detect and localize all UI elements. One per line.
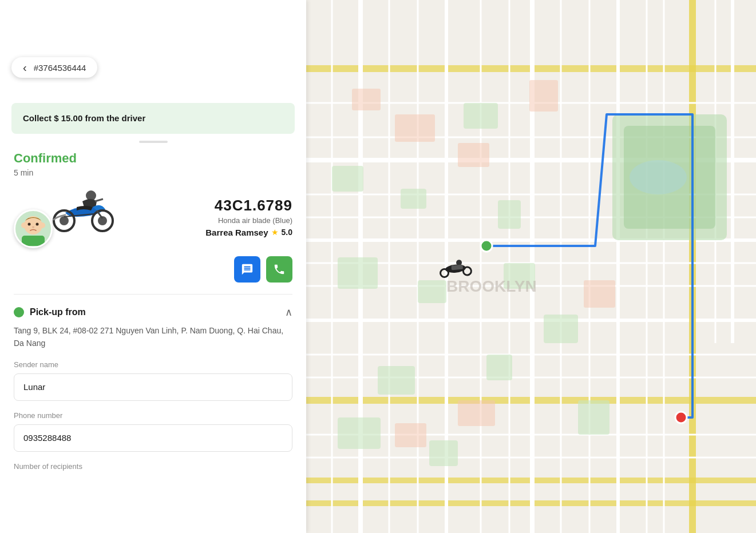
recipients-label: Number of recipients xyxy=(14,462,292,471)
sender-label: Sender name xyxy=(14,360,292,369)
pickup-header: Pick-up from ∧ xyxy=(14,306,292,319)
svg-point-67 xyxy=(21,222,27,228)
svg-rect-39 xyxy=(498,200,521,229)
collect-banner: Collect $ 15.00 from the driver xyxy=(11,103,295,134)
svg-rect-44 xyxy=(378,366,415,395)
driver-rating: 5.0 xyxy=(282,228,292,237)
pickup-title: Pick-up from xyxy=(30,307,86,317)
vehicle-description: Honda air blade (Blue) xyxy=(122,216,292,225)
section-divider xyxy=(14,294,292,295)
svg-rect-43 xyxy=(486,355,512,380)
svg-rect-42 xyxy=(544,315,578,343)
svg-rect-36 xyxy=(332,166,363,192)
phone-value-box: 0935288488 xyxy=(14,424,292,452)
svg-rect-47 xyxy=(429,440,458,466)
pickup-dot xyxy=(14,307,24,317)
svg-point-68 xyxy=(39,222,45,228)
sender-value-box: Lunar xyxy=(14,373,292,401)
svg-point-56 xyxy=(630,160,687,194)
svg-rect-53 xyxy=(584,280,615,308)
svg-rect-55 xyxy=(395,423,426,447)
svg-point-70 xyxy=(36,223,39,226)
driver-avatar-vehicle xyxy=(14,185,117,248)
phone-value: 0935288488 xyxy=(23,433,71,443)
back-button[interactable]: ‹ xyxy=(23,62,29,73)
plate-number: 43C1.6789 xyxy=(122,197,292,214)
svg-rect-46 xyxy=(338,417,381,449)
svg-rect-37 xyxy=(401,189,426,209)
svg-point-78 xyxy=(60,216,69,225)
phone-label: Phone number xyxy=(14,411,292,420)
svg-rect-41 xyxy=(418,280,446,303)
eta-text: 5 min xyxy=(14,168,292,177)
svg-rect-50 xyxy=(395,114,435,142)
svg-rect-52 xyxy=(529,80,558,112)
collect-banner-text: Collect $ 15.00 from the driver xyxy=(23,113,145,123)
collapse-pickup-button[interactable]: ∧ xyxy=(285,306,292,319)
svg-rect-40 xyxy=(338,257,378,289)
pickup-section: Pick-up from ∧ Tang 9, BLK 24, #08-02 27… xyxy=(0,306,306,471)
driver-name: Barrea Ramsey xyxy=(205,228,268,237)
scroll-handle xyxy=(139,141,168,143)
svg-line-74 xyxy=(95,199,103,201)
svg-point-58 xyxy=(481,240,492,252)
header-bar: ‹ #3764536444 xyxy=(11,57,97,78)
svg-point-69 xyxy=(28,223,31,226)
star-icon: ★ xyxy=(271,228,279,237)
call-button[interactable] xyxy=(266,256,292,283)
svg-rect-72 xyxy=(22,236,45,246)
svg-rect-49 xyxy=(352,89,381,110)
pickup-address: Tang 9, BLK 24, #08-02 271 Nguyen Van Li… xyxy=(14,324,292,350)
vehicle-image xyxy=(48,185,117,237)
status-confirmed: Confirmed xyxy=(14,151,292,166)
order-id: #3764536444 xyxy=(34,63,86,73)
sender-value: Lunar xyxy=(23,382,45,392)
driver-name-rating: Barrea Ramsey ★ 5.0 xyxy=(122,228,292,237)
svg-text:BROOKLYN: BROOKLYN xyxy=(446,277,537,295)
driver-avatar xyxy=(14,209,53,248)
svg-point-59 xyxy=(675,412,687,423)
svg-point-71 xyxy=(32,226,34,228)
svg-rect-54 xyxy=(458,400,495,426)
driver-info: 43C1.6789 Honda air blade (Blue) Barrea … xyxy=(122,197,292,237)
chat-button[interactable] xyxy=(234,256,260,283)
svg-rect-38 xyxy=(464,103,498,129)
svg-rect-45 xyxy=(578,400,609,435)
svg-rect-51 xyxy=(458,143,489,167)
